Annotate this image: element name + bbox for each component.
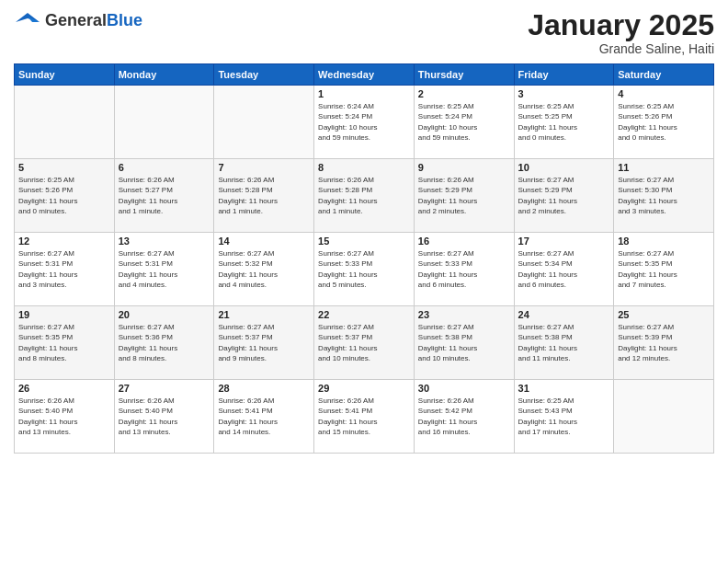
day-info: Sunrise: 6:27 AM Sunset: 5:38 PM Dayligh… [418,322,510,363]
day-number: 17 [518,236,610,247]
logo-blue: Blue [107,11,142,29]
table-row: 6Sunrise: 6:26 AM Sunset: 5:27 PM Daylig… [114,159,214,233]
table-row: 8Sunrise: 6:26 AM Sunset: 5:28 PM Daylig… [314,159,415,233]
day-number: 1 [318,88,410,99]
day-number: 9 [418,162,510,173]
calendar-week-row: 12Sunrise: 6:27 AM Sunset: 5:31 PM Dayli… [15,233,714,306]
calendar-week-row: 5Sunrise: 6:25 AM Sunset: 5:26 PM Daylig… [15,159,714,233]
table-row [15,86,115,159]
day-info: Sunrise: 6:25 AM Sunset: 5:24 PM Dayligh… [418,101,510,143]
day-number: 21 [218,309,310,320]
day-info: Sunrise: 6:25 AM Sunset: 5:26 PM Dayligh… [618,101,710,143]
day-info: Sunrise: 6:25 AM Sunset: 5:43 PM Dayligh… [518,396,610,437]
table-row [214,86,314,159]
day-info: Sunrise: 6:27 AM Sunset: 5:37 PM Dayligh… [218,322,310,363]
table-row: 7Sunrise: 6:26 AM Sunset: 5:28 PM Daylig… [214,159,314,233]
day-info: Sunrise: 6:26 AM Sunset: 5:29 PM Dayligh… [418,175,510,216]
day-number: 12 [18,236,110,247]
calendar-table: Sunday Monday Tuesday Wednesday Thursday… [14,63,714,454]
table-row [114,86,214,159]
day-number: 3 [518,88,610,99]
day-number: 23 [418,309,510,320]
day-number: 16 [418,236,510,247]
table-row: 4Sunrise: 6:25 AM Sunset: 5:26 PM Daylig… [614,86,714,159]
table-row: 20Sunrise: 6:27 AM Sunset: 5:36 PM Dayli… [114,306,214,380]
day-number: 26 [18,383,110,394]
day-info: Sunrise: 6:26 AM Sunset: 5:42 PM Dayligh… [418,396,510,437]
day-info: Sunrise: 6:27 AM Sunset: 5:30 PM Dayligh… [618,175,710,216]
day-number: 6 [119,162,210,173]
page: GeneralBlue January 2025 Grande Saline, … [0,0,728,563]
day-number: 29 [318,383,410,394]
day-number: 24 [518,309,610,320]
day-info: Sunrise: 6:27 AM Sunset: 5:35 PM Dayligh… [618,248,710,290]
title-block: January 2025 Grande Saline, Haiti [528,9,714,56]
table-row: 11Sunrise: 6:27 AM Sunset: 5:30 PM Dayli… [614,159,714,233]
calendar-header-row: Sunday Monday Tuesday Wednesday Thursday… [15,64,714,86]
day-number: 4 [618,88,710,99]
table-row: 16Sunrise: 6:27 AM Sunset: 5:33 PM Dayli… [414,233,514,306]
day-info: Sunrise: 6:26 AM Sunset: 5:28 PM Dayligh… [318,175,410,216]
table-row: 24Sunrise: 6:27 AM Sunset: 5:38 PM Dayli… [514,306,614,380]
table-row: 21Sunrise: 6:27 AM Sunset: 5:37 PM Dayli… [214,306,314,380]
day-number: 10 [518,162,610,173]
day-info: Sunrise: 6:27 AM Sunset: 5:33 PM Dayligh… [418,248,510,290]
day-info: Sunrise: 6:26 AM Sunset: 5:40 PM Dayligh… [18,396,110,437]
day-info: Sunrise: 6:27 AM Sunset: 5:37 PM Dayligh… [318,322,410,363]
col-thursday: Thursday [414,64,514,86]
table-row: 25Sunrise: 6:27 AM Sunset: 5:39 PM Dayli… [614,306,714,380]
day-info: Sunrise: 6:26 AM Sunset: 5:27 PM Dayligh… [119,175,210,216]
table-row: 28Sunrise: 6:26 AM Sunset: 5:41 PM Dayli… [214,380,314,454]
col-wednesday: Wednesday [314,64,415,86]
table-row: 5Sunrise: 6:25 AM Sunset: 5:26 PM Daylig… [15,159,115,233]
day-number: 15 [318,236,410,247]
day-info: Sunrise: 6:27 AM Sunset: 5:39 PM Dayligh… [618,322,710,363]
day-number: 7 [218,162,310,173]
day-info: Sunrise: 6:24 AM Sunset: 5:24 PM Dayligh… [318,101,410,143]
table-row: 14Sunrise: 6:27 AM Sunset: 5:32 PM Dayli… [214,233,314,306]
day-info: Sunrise: 6:27 AM Sunset: 5:33 PM Dayligh… [318,248,410,290]
col-saturday: Saturday [614,64,714,86]
table-row: 10Sunrise: 6:27 AM Sunset: 5:29 PM Dayli… [514,159,614,233]
day-number: 14 [218,236,310,247]
logo-text: GeneralBlue [45,11,142,30]
table-row [614,380,714,454]
logo: GeneralBlue [14,9,142,31]
table-row: 30Sunrise: 6:26 AM Sunset: 5:42 PM Dayli… [414,380,514,454]
table-row: 9Sunrise: 6:26 AM Sunset: 5:29 PM Daylig… [414,159,514,233]
location-subtitle: Grande Saline, Haiti [528,41,714,56]
day-number: 30 [418,383,510,394]
day-info: Sunrise: 6:27 AM Sunset: 5:29 PM Dayligh… [518,175,610,216]
day-number: 11 [618,162,710,173]
day-number: 25 [618,309,710,320]
table-row: 23Sunrise: 6:27 AM Sunset: 5:38 PM Dayli… [414,306,514,380]
day-info: Sunrise: 6:26 AM Sunset: 5:40 PM Dayligh… [119,396,210,437]
day-number: 18 [618,236,710,247]
calendar-week-row: 26Sunrise: 6:26 AM Sunset: 5:40 PM Dayli… [15,380,714,454]
day-info: Sunrise: 6:26 AM Sunset: 5:41 PM Dayligh… [218,396,310,437]
table-row: 2Sunrise: 6:25 AM Sunset: 5:24 PM Daylig… [414,86,514,159]
month-title: January 2025 [528,9,714,41]
day-info: Sunrise: 6:27 AM Sunset: 5:38 PM Dayligh… [518,322,610,363]
calendar-week-row: 1Sunrise: 6:24 AM Sunset: 5:24 PM Daylig… [15,86,714,159]
day-info: Sunrise: 6:25 AM Sunset: 5:25 PM Dayligh… [518,101,610,143]
header: GeneralBlue January 2025 Grande Saline, … [14,9,714,56]
col-tuesday: Tuesday [214,64,314,86]
day-number: 13 [119,236,210,247]
day-number: 2 [418,88,510,99]
table-row: 26Sunrise: 6:26 AM Sunset: 5:40 PM Dayli… [15,380,115,454]
table-row: 27Sunrise: 6:26 AM Sunset: 5:40 PM Dayli… [114,380,214,454]
table-row: 13Sunrise: 6:27 AM Sunset: 5:31 PM Dayli… [114,233,214,306]
logo-bird-icon [14,9,41,31]
col-monday: Monday [114,64,214,86]
day-number: 27 [119,383,210,394]
table-row: 29Sunrise: 6:26 AM Sunset: 5:41 PM Dayli… [314,380,415,454]
table-row: 31Sunrise: 6:25 AM Sunset: 5:43 PM Dayli… [514,380,614,454]
table-row: 18Sunrise: 6:27 AM Sunset: 5:35 PM Dayli… [614,233,714,306]
day-info: Sunrise: 6:27 AM Sunset: 5:31 PM Dayligh… [18,248,110,290]
col-sunday: Sunday [15,64,115,86]
day-info: Sunrise: 6:27 AM Sunset: 5:36 PM Dayligh… [119,322,210,363]
day-number: 28 [218,383,310,394]
day-info: Sunrise: 6:26 AM Sunset: 5:28 PM Dayligh… [218,175,310,216]
table-row: 12Sunrise: 6:27 AM Sunset: 5:31 PM Dayli… [15,233,115,306]
